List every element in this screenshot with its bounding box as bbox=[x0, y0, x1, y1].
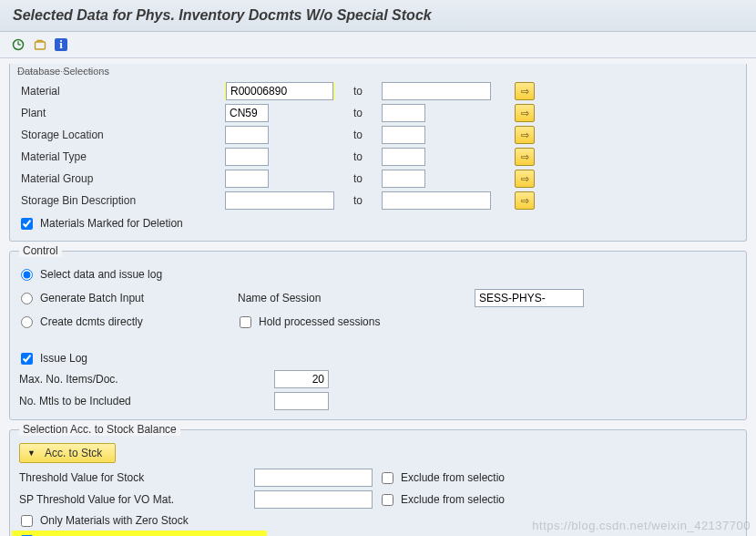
input-sp-threshold[interactable] bbox=[254, 490, 373, 509]
multi-select-mattype-button[interactable]: ⇨ bbox=[515, 148, 535, 166]
input-stloc-from[interactable] bbox=[225, 126, 269, 144]
radio-select-log-row[interactable]: Select data and issue log bbox=[19, 264, 238, 284]
label-no-mtls: No. Mtls to be Included bbox=[19, 395, 274, 407]
multi-select-plant-button[interactable]: ⇨ bbox=[515, 104, 535, 122]
label-exclude2: Exclude from selectio bbox=[401, 493, 505, 506]
label-material-type: Material Type bbox=[19, 150, 220, 163]
input-stbin-from[interactable] bbox=[225, 191, 334, 210]
get-variant-icon[interactable] bbox=[33, 37, 47, 52]
input-stbin-to[interactable] bbox=[382, 191, 491, 210]
chk-exclude1-row[interactable]: Exclude from selectio bbox=[380, 468, 580, 488]
svg-rect-3 bbox=[36, 42, 46, 49]
label-threshold: Threshold Value for Stock bbox=[19, 471, 247, 484]
acc-to-stock-label: Acc. to Stck bbox=[45, 447, 102, 459]
chk-exclude1[interactable] bbox=[382, 472, 393, 484]
label-exclude1: Exclude from selectio bbox=[401, 471, 505, 484]
group-title-stock: Selection Acc. to Stock Balance bbox=[19, 423, 180, 436]
input-matgrp-from[interactable] bbox=[225, 170, 269, 188]
input-material-to[interactable] bbox=[382, 82, 491, 100]
chk-exclude2[interactable] bbox=[382, 494, 393, 506]
radio-direct[interactable] bbox=[21, 316, 33, 328]
group-stock-selection: Selection Acc. to Stock Balance ▼ Acc. t… bbox=[9, 429, 747, 536]
input-no-mtls[interactable] bbox=[274, 392, 329, 410]
chk-hold-row[interactable]: Hold processed sessions bbox=[238, 312, 475, 332]
input-plant-to[interactable] bbox=[382, 104, 425, 122]
page-title: Selected Data for Phys. Inventory Docmts… bbox=[0, 0, 756, 32]
multi-select-stbin-button[interactable]: ⇨ bbox=[515, 191, 535, 210]
label-batch: Generate Batch Input bbox=[40, 292, 144, 304]
to-label: to bbox=[340, 172, 376, 185]
input-mattype-to[interactable] bbox=[382, 148, 425, 166]
group-title-db: Database Selections bbox=[17, 66, 737, 77]
chk-only-zero-row[interactable]: Only Materials with Zero Stock bbox=[19, 510, 737, 531]
chk-exclude2-row[interactable]: Exclude from selectio bbox=[380, 490, 580, 510]
toolbar: i bbox=[0, 32, 756, 58]
acc-to-stock-button[interactable]: ▼ Acc. to Stck bbox=[19, 443, 116, 463]
label-storage-location: Storage Location bbox=[19, 129, 220, 141]
input-threshold[interactable] bbox=[254, 469, 373, 487]
multi-select-material-button[interactable]: ⇨ bbox=[515, 82, 535, 100]
group-title-control: Control bbox=[19, 244, 62, 257]
label-hold-sessions: Hold processed sessions bbox=[259, 315, 380, 328]
input-session-name[interactable] bbox=[475, 289, 584, 307]
execute-icon[interactable] bbox=[11, 37, 26, 52]
radio-batch[interactable] bbox=[21, 293, 33, 304]
group-control: Control Select data and issue log Genera… bbox=[9, 251, 747, 420]
dropdown-triangle-icon: ▼ bbox=[27, 448, 36, 458]
to-label: to bbox=[340, 85, 376, 98]
input-mattype-from[interactable] bbox=[225, 148, 269, 166]
label-plant: Plant bbox=[19, 107, 220, 119]
label-material: Material bbox=[19, 85, 220, 98]
label-materials-deleted: Materials Marked for Deletion bbox=[40, 217, 183, 230]
chk-issue-log[interactable] bbox=[21, 353, 33, 365]
multi-select-stloc-button[interactable]: ⇨ bbox=[515, 126, 535, 144]
input-max-items[interactable] bbox=[274, 370, 329, 388]
to-label: to bbox=[340, 194, 376, 207]
chk-issue-log-row[interactable]: Issue Log bbox=[19, 348, 737, 368]
to-label: to bbox=[340, 107, 376, 119]
chk-materials-deleted[interactable] bbox=[21, 218, 33, 230]
label-issue-log: Issue Log bbox=[40, 352, 87, 365]
info-icon[interactable]: i bbox=[55, 38, 67, 51]
input-stloc-to[interactable] bbox=[382, 126, 425, 144]
label-session-name: Name of Session bbox=[238, 292, 475, 304]
label-select-log: Select data and issue log bbox=[40, 268, 162, 281]
input-plant-from[interactable] bbox=[225, 104, 269, 122]
multi-select-matgrp-button[interactable]: ⇨ bbox=[515, 170, 535, 188]
radio-batch-row[interactable]: Generate Batch Input bbox=[19, 288, 238, 308]
chk-only-zero[interactable] bbox=[21, 515, 33, 527]
to-label: to bbox=[340, 150, 376, 163]
label-direct: Create dcmts directly bbox=[40, 315, 143, 328]
radio-select-log[interactable] bbox=[21, 269, 33, 281]
input-matgrp-to[interactable] bbox=[382, 170, 425, 188]
label-material-group: Material Group bbox=[19, 172, 220, 185]
input-material-from[interactable] bbox=[226, 82, 333, 100]
group-database-selections: Database Selections Material to ⇨ Plant … bbox=[9, 64, 747, 242]
chk-hold-sessions[interactable] bbox=[240, 316, 251, 328]
label-only-zero: Only Materials with Zero Stock bbox=[40, 514, 189, 527]
label-sp-threshold: SP Threshold Value for VO Mat. bbox=[19, 493, 247, 506]
to-label: to bbox=[340, 129, 376, 141]
chk-only-wo-zero-row[interactable]: Only Materials W/o Zero Stock bbox=[12, 531, 267, 536]
label-storage-bin: Storage Bin Description bbox=[19, 194, 220, 207]
radio-direct-row[interactable]: Create dcmts directly bbox=[19, 312, 238, 332]
label-max-items: Max. No. Items/Doc. bbox=[19, 373, 274, 386]
